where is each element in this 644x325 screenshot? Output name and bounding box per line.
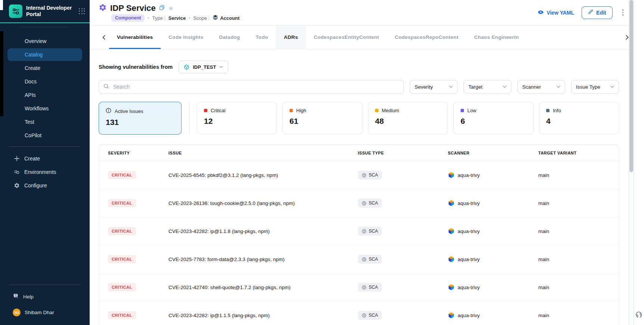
tab-vulnerabilities[interactable]: Vulnerabilities (109, 25, 161, 49)
stat-card-high[interactable]: High 61 (282, 102, 362, 135)
vulnerabilities-table: SEVERITY ISSUE ISSUE TYPE SCANNER TARGET… (99, 144, 619, 325)
project-selector-value: IDP_TEST (193, 64, 216, 70)
sidebar-item-overview[interactable]: Overview (7, 35, 82, 47)
sidebar-item-apis[interactable]: APIs (7, 89, 82, 101)
trivy-scanner-icon (448, 312, 455, 319)
sidebar-item-configure[interactable]: Configure (0, 179, 90, 192)
sidebar: Internal Developer Portal Overview Catal… (0, 0, 90, 325)
stat-label: High (296, 108, 306, 113)
brand-title: Internal Developer Portal (26, 5, 75, 18)
sidebar-item-label: Environments (24, 169, 56, 175)
stat-card-info[interactable]: Info 4 (539, 102, 619, 135)
target-variant: main (538, 285, 610, 290)
stat-value: 61 (290, 117, 355, 126)
stat-label: Info (553, 108, 561, 113)
sidebar-item-test[interactable]: Test (7, 116, 82, 128)
copy-icon[interactable] (159, 5, 165, 12)
scope-label: Scope : (193, 15, 210, 21)
tab-codespaces-repo-content[interactable]: CodespacesRepoContent (387, 25, 467, 49)
sidebar-footer: ? Help SD Shibam Dhar (0, 281, 90, 325)
filter-target[interactable]: Target (464, 80, 511, 93)
severity-dot (461, 109, 464, 112)
sidebar-item-copilot[interactable]: CoPilot (7, 129, 82, 142)
gear-icon (13, 183, 20, 188)
sidebar-item-environments[interactable]: Environments (0, 165, 90, 179)
sidebar-item-catalog[interactable]: Catalog (7, 48, 82, 61)
table-row[interactable]: CRITICAL CVE-2025-6545: pbkdf2@3.1.2 (la… (99, 161, 619, 189)
table-row[interactable]: CRITICAL CVE-2023-42282: ip@1.1.5 (lang-… (99, 301, 619, 325)
stat-label: Medium (382, 108, 399, 113)
project-selector[interactable]: IDP_TEST (179, 61, 228, 73)
sidebar-item-workflows[interactable]: Workflows (7, 102, 82, 115)
vertical-scrollbar[interactable] (629, 0, 634, 325)
sidebar-divider (9, 146, 81, 147)
stat-card-medium[interactable]: Medium 48 (368, 102, 448, 135)
user-menu[interactable]: SD Shibam Dhar (0, 304, 90, 321)
sca-icon (362, 313, 366, 318)
table-row[interactable]: CRITICAL CVE-2023-26136: tough-cookie@2.… (99, 189, 619, 217)
scanner-name: aqua-trivy (458, 229, 480, 234)
stat-card-critical[interactable]: Critical 12 (197, 102, 277, 135)
target-variant: main (538, 313, 610, 318)
scanner-name: aqua-trivy (458, 313, 480, 318)
support-headset-icon[interactable] (634, 310, 643, 321)
scanner-cell: aqua-trivy (448, 172, 538, 178)
edit-button[interactable]: Edit (582, 6, 612, 19)
stat-value: 12 (204, 117, 270, 126)
showing-row: Showing vulnerabilities from IDP_TEST (99, 61, 619, 73)
search-box (99, 80, 404, 93)
tabs-scroll-left-button[interactable] (99, 25, 109, 49)
kebab-menu[interactable] (620, 8, 626, 17)
issue-text: CVE-2023-26136: tough-cookie@2.5.0 (lang… (168, 200, 358, 206)
sidebar-secondary-nav: Create Environments Configure (0, 150, 90, 194)
scanner-name: aqua-trivy (458, 285, 480, 290)
severity-badge: CRITICAL (108, 255, 136, 263)
pencil-icon (588, 9, 593, 16)
severity-badge: CRITICAL (108, 199, 136, 207)
scrollbar-thumb[interactable] (629, 0, 633, 172)
stat-card-active-issues[interactable]: Active Issues 131 (99, 102, 182, 135)
scanner-cell: aqua-trivy (448, 256, 538, 263)
stat-value: 48 (375, 117, 441, 126)
issue-type-badge: SCA (358, 199, 382, 208)
stat-value: 6 (461, 117, 526, 126)
tab-datadog[interactable]: Datadog (211, 25, 248, 49)
sidebar-item-create[interactable]: Create (7, 62, 82, 74)
sidebar-item-create-action[interactable]: Create (0, 152, 90, 165)
sidebar-item-docs[interactable]: Docs (7, 75, 82, 88)
stat-label: Active Issues (115, 108, 143, 114)
help-button[interactable]: ? Help (0, 289, 90, 304)
table-row[interactable]: CRITICAL CVE-2021-42740: shell-quote@1.7… (99, 273, 619, 301)
filter-issue-type[interactable]: Issue Type (571, 80, 619, 93)
column-header-issue-type: ISSUE TYPE (358, 151, 448, 155)
search-input[interactable] (112, 83, 399, 90)
star-icon[interactable]: ★ (168, 4, 174, 12)
issue-text: CVE-2023-42282: ip@1.1.5 (lang-pkgs, npm… (168, 313, 358, 318)
stats-divider (189, 102, 189, 135)
tab-chaos-engineering[interactable]: Chaos Engineerin (466, 25, 527, 49)
background-panel-edge (0, 31, 3, 116)
stat-card-low[interactable]: Low 6 (453, 102, 533, 135)
filter-scanner[interactable]: Scanner (517, 80, 565, 93)
entity-meta-row: Component Type : Service Scope : Account (111, 14, 239, 22)
apps-grid-icon[interactable] (79, 8, 85, 15)
view-yaml-link[interactable]: View YAML (538, 10, 574, 16)
main-panel: IDP Service ★ Component Type : Service S… (90, 0, 635, 325)
issue-type-badge: SCA (358, 255, 382, 264)
settings-gear-icon (99, 3, 107, 13)
filter-severity[interactable]: Severity (410, 80, 458, 93)
table-row[interactable]: CRITICAL CVE-2025-7783: form-data@2.3.3 … (99, 245, 619, 273)
tab-codespaces-entity-content[interactable]: CodespacesEntityContent (306, 25, 387, 49)
tab-bar: Vulnerabilities Code Insights Datadog To… (90, 25, 635, 49)
help-icon: ? (13, 293, 19, 300)
entity-title-block: IDP Service ★ Component Type : Service S… (99, 3, 239, 22)
sca-icon (362, 201, 366, 206)
chevron-down-icon (557, 86, 560, 88)
user-name: Shibam Dhar (25, 310, 54, 315)
column-header-issue: ISSUE (168, 151, 358, 155)
tab-adrs[interactable]: ADRs (276, 25, 306, 49)
tab-todo[interactable]: Todo (248, 25, 276, 49)
table-row[interactable]: CRITICAL CVE-2023-42282: ip@1.1.8 (lang-… (99, 217, 619, 245)
issue-type-badge: SCA (358, 171, 382, 180)
tab-code-insights[interactable]: Code Insights (161, 25, 211, 49)
